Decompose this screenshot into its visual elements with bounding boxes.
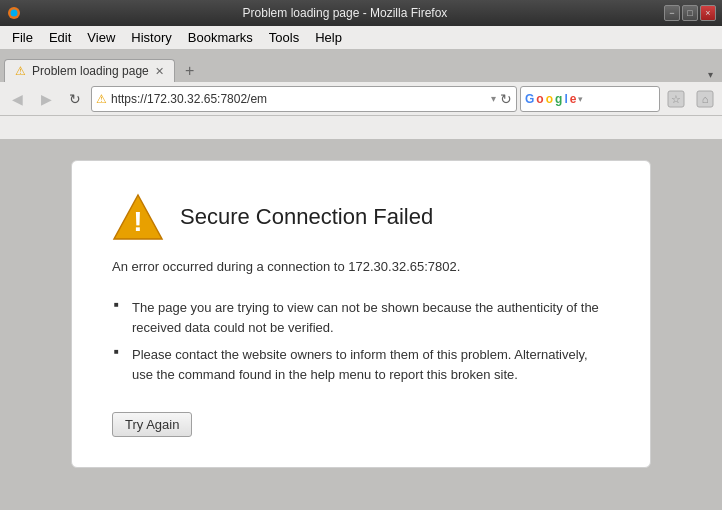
tab-close-icon[interactable]: ✕ — [155, 65, 164, 78]
maximize-button[interactable]: □ — [682, 5, 698, 21]
url-arrows: ▾ — [491, 93, 496, 104]
menu-file[interactable]: File — [4, 28, 41, 47]
forward-button[interactable]: ▶ — [33, 86, 59, 112]
menu-tools[interactable]: Tools — [261, 28, 307, 47]
bookmark-star-icon: ☆ — [667, 90, 685, 108]
search-engine-icon6: e — [570, 92, 577, 106]
error-list-item-1: The page you are trying to view can not … — [112, 294, 610, 341]
window-title: Problem loading page - Mozilla Firefox — [26, 6, 664, 20]
window-controls: − □ × — [664, 5, 716, 21]
menu-edit[interactable]: Edit — [41, 28, 79, 47]
new-tab-button[interactable]: + — [179, 60, 201, 82]
menu-view[interactable]: View — [79, 28, 123, 47]
url-dropdown-arrow[interactable]: ▾ — [491, 93, 496, 104]
minimize-button[interactable]: − — [664, 5, 680, 21]
url-input[interactable] — [111, 92, 487, 106]
search-engine-icon3: o — [546, 92, 553, 106]
error-header: ! Secure Connection Failed — [112, 191, 610, 243]
url-reload-icon[interactable]: ↻ — [500, 91, 512, 107]
error-card: ! Secure Connection Failed An error occu… — [71, 160, 651, 468]
menu-help[interactable]: Help — [307, 28, 350, 47]
active-tab[interactable]: ⚠ Problem loading page ✕ — [4, 59, 175, 82]
home-button[interactable]: ⌂ — [692, 86, 718, 112]
reload-button[interactable]: ↻ — [62, 86, 88, 112]
titlebar: Problem loading page - Mozilla Firefox −… — [0, 0, 722, 26]
menu-history[interactable]: History — [123, 28, 179, 47]
bookmarkbar — [0, 116, 722, 140]
home-icon: ⌂ — [696, 90, 714, 108]
svg-text:☆: ☆ — [671, 93, 681, 105]
search-engine-icon5: l — [564, 92, 567, 106]
try-again-button[interactable]: Try Again — [112, 412, 192, 437]
menu-bookmarks[interactable]: Bookmarks — [180, 28, 261, 47]
error-list-item-2: Please contact the website owners to inf… — [112, 341, 610, 388]
search-engine-icon4: g — [555, 92, 562, 106]
close-button[interactable]: × — [700, 5, 716, 21]
menubar: File Edit View History Bookmarks Tools H… — [0, 26, 722, 50]
back-button[interactable]: ◀ — [4, 86, 30, 112]
content-area: ! Secure Connection Failed An error occu… — [0, 140, 722, 510]
tab-warning-icon: ⚠ — [15, 64, 26, 78]
bookmark-star-button[interactable]: ☆ — [663, 86, 689, 112]
search-bar-wrapper: G o o g l e ▾ — [520, 86, 660, 112]
error-list: The page you are trying to view can not … — [112, 294, 610, 388]
tabbar: ⚠ Problem loading page ✕ + ▾ — [0, 50, 722, 82]
url-warning-icon: ⚠ — [96, 92, 107, 106]
tab-label: Problem loading page — [32, 64, 149, 78]
tab-dropdown-button[interactable]: ▾ — [702, 66, 718, 82]
error-description: An error occurred during a connection to… — [112, 259, 610, 274]
firefox-icon — [6, 5, 22, 21]
tab-dropdown-area: ▾ — [702, 66, 718, 82]
search-dropdown-arrow[interactable]: ▾ — [578, 94, 583, 104]
search-engine-icon2: o — [536, 92, 543, 106]
svg-text:!: ! — [133, 206, 142, 237]
error-title: Secure Connection Failed — [180, 204, 433, 230]
search-engine-icon: G — [525, 92, 534, 106]
navbar: ◀ ▶ ↻ ⚠ ▾ ↻ G o o g l e ▾ ☆ ⌂ — [0, 82, 722, 116]
svg-point-1 — [11, 10, 18, 17]
svg-text:⌂: ⌂ — [702, 93, 709, 105]
warning-triangle-icon: ! — [112, 191, 164, 243]
url-bar-wrapper: ⚠ ▾ ↻ — [91, 86, 517, 112]
